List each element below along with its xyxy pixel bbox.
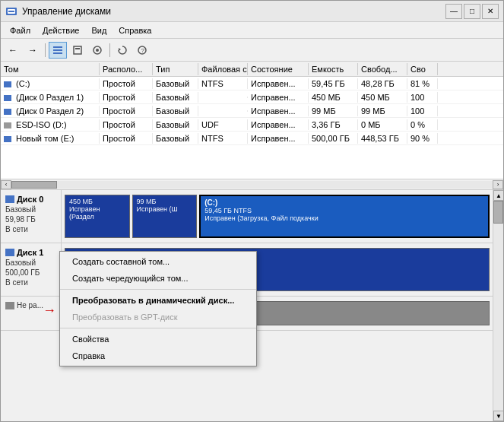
menubar: Файл Действие Вид Справка <box>1 22 503 39</box>
menu-help[interactable]: Справка <box>113 24 157 36</box>
cell-tom-0: (C:) <box>1 78 100 89</box>
disk-color-icon <box>4 109 11 115</box>
disk0-part2-info: Исправен (Ш <box>137 205 193 213</box>
toolbar-back[interactable]: ← <box>4 42 22 59</box>
app-icon <box>5 5 17 17</box>
cell-emk-4: 500,00 ГБ <box>309 133 358 144</box>
hscroll-right[interactable]: › <box>493 180 503 189</box>
disk0-part1[interactable]: 450 МБ Исправен (Раздел <box>65 195 130 238</box>
toolbar-forward[interactable]: → <box>24 42 42 59</box>
cell-tom-1: (Диск 0 Раздел 1) <box>1 92 100 103</box>
disk0-part3-name: (C:) <box>204 198 484 207</box>
ctx-sep-2 <box>60 328 256 328</box>
col-header-emk: Емкость <box>309 63 358 75</box>
col-header-state: Состояние <box>248 63 309 75</box>
close-button[interactable]: ✕ <box>482 4 499 19</box>
ctx-item-5[interactable]: Справка <box>60 347 256 364</box>
toolbar-sep2 <box>109 43 110 57</box>
cell-rasp-3: Простой <box>100 119 153 130</box>
disk0-color-icon <box>5 195 14 203</box>
toolbar-btn2[interactable] <box>68 42 87 59</box>
scroll-down-button[interactable]: ▼ <box>493 411 503 421</box>
disk0-row: Диск 0 Базовый 59,98 ГБ В сети 450 МБ Ис… <box>1 190 493 243</box>
list-icon <box>52 45 63 56</box>
disk0-part2-size: 99 МБ <box>137 198 193 205</box>
disk1-name: Диск 1 <box>17 248 43 257</box>
disk0-part3[interactable]: (C:) 59,45 ГБ NTFS Исправен (Загрузка, Ф… <box>199 195 490 238</box>
col-header-freep: Сво <box>407 63 438 75</box>
cell-fs-3: UDF <box>198 119 248 130</box>
cell-freep-1: 100 <box>407 92 438 103</box>
toolbar-btn1[interactable] <box>49 42 67 59</box>
table-row[interactable]: (Диск 0 Раздел 1) Простой Базовый Исправ… <box>1 90 503 104</box>
table-row[interactable]: Новый том (E:) Простой Базовый NTFS Испр… <box>1 132 503 145</box>
table-row[interactable]: (Диск 0 Раздел 2) Простой Базовый Исправ… <box>1 104 503 118</box>
hscroll-thumb[interactable] <box>11 181 57 189</box>
menu-action[interactable]: Действие <box>36 24 85 36</box>
disk-unassigned-color-icon <box>5 302 14 309</box>
cell-fs-1 <box>198 97 248 98</box>
maximize-button[interactable]: □ <box>464 4 480 19</box>
cell-tip-0: Базовый <box>153 78 198 89</box>
cell-emk-1: 450 МБ <box>309 92 358 103</box>
disk-unassigned-name: Не ра... <box>17 301 43 309</box>
cell-freep-0: 81 % <box>407 78 438 89</box>
cell-free-1: 450 МБ <box>358 92 407 103</box>
minimize-button[interactable]: — <box>445 4 462 19</box>
cell-state-0: Исправен... <box>248 78 309 89</box>
svg-rect-6 <box>74 46 81 54</box>
cell-fs-2 <box>198 110 248 112</box>
toolbar-btn5[interactable]: ? <box>133 42 151 59</box>
menu-view[interactable]: Вид <box>85 24 113 36</box>
cell-emk-3: 3,36 ГБ <box>309 119 358 130</box>
ctx-sep-1 <box>60 289 256 290</box>
disk0-partitions: 450 МБ Исправен (Раздел 99 МБ Исправен (… <box>62 190 493 243</box>
svg-rect-4 <box>53 49 62 51</box>
disk1-color-icon <box>5 249 14 256</box>
disk1-label: Диск 1 Базовый 500,00 ГБ В сети <box>1 243 62 296</box>
cell-state-2: Исправен... <box>248 106 309 116</box>
menu-file[interactable]: Файл <box>4 24 36 36</box>
disk0-part3-info: Исправен (Загрузка, Файл подкачки <box>204 214 484 222</box>
help-toolbar-icon: ? <box>137 45 147 56</box>
cell-state-1: Исправен... <box>248 92 309 103</box>
ctx-item-4[interactable]: Свойства <box>60 331 256 347</box>
svg-marker-10 <box>119 48 121 51</box>
titlebar-left: Управление дисками <box>5 5 111 17</box>
toolbar-btn3[interactable] <box>88 42 106 59</box>
disk-color-icon <box>4 95 11 101</box>
col-header-tom: Том <box>1 63 100 75</box>
ctx-item-2[interactable]: Преобразовать в динамический диск... <box>60 292 256 309</box>
cell-rasp-2: Простой <box>100 106 153 116</box>
cell-rasp-1: Простой <box>100 92 153 103</box>
cell-emk-0: 59,45 ГБ <box>309 78 358 89</box>
cell-free-4: 448,53 ГБ <box>358 133 407 144</box>
hscroll-left[interactable]: ‹ <box>1 180 11 189</box>
table-row[interactable]: ESD-ISO (D:) Простой Базовый UDF Исправе… <box>1 118 503 132</box>
cell-tom-2: (Диск 0 Раздел 2) <box>1 106 100 116</box>
main-window: Управление дисками — □ ✕ Файл Действие В… <box>0 0 504 422</box>
svg-text:?: ? <box>141 47 145 54</box>
disk1-size: 500,00 ГБ <box>5 268 56 277</box>
col-header-fs: Файловая с... <box>198 63 248 75</box>
hscroll-track <box>11 181 493 189</box>
svg-rect-2 <box>8 11 14 12</box>
cell-rasp-4: Простой <box>100 133 153 144</box>
cell-freep-4: 90 % <box>407 133 438 144</box>
table-header: Том Располо... Тип Файловая с... Состоян… <box>1 62 503 77</box>
ctx-item-1[interactable]: Создать чередующийся том... <box>60 270 256 287</box>
svg-point-9 <box>96 49 99 52</box>
scroll-thumb[interactable] <box>493 201 503 224</box>
scroll-up-button[interactable]: ▲ <box>493 190 503 201</box>
cell-tom-4: Новый том (E:) <box>1 133 100 144</box>
ctx-item-0[interactable]: Создать составной том... <box>60 253 256 270</box>
table-hscroll[interactable]: ‹ › <box>1 179 503 190</box>
cell-state-4: Исправен... <box>248 133 309 144</box>
disk0-part2[interactable]: 99 МБ Исправен (Ш <box>132 195 198 238</box>
toolbar-btn4[interactable] <box>113 42 132 59</box>
ctx-item-3: Преобразовать в GPT-диск <box>60 309 256 325</box>
toolbar: ← → <box>1 39 503 62</box>
disk0-size: 59,98 ГБ <box>5 215 56 224</box>
table-row[interactable]: (C:) Простой Базовый NTFS Исправен... 59… <box>1 77 503 90</box>
cell-free-0: 48,28 ГБ <box>358 78 407 89</box>
